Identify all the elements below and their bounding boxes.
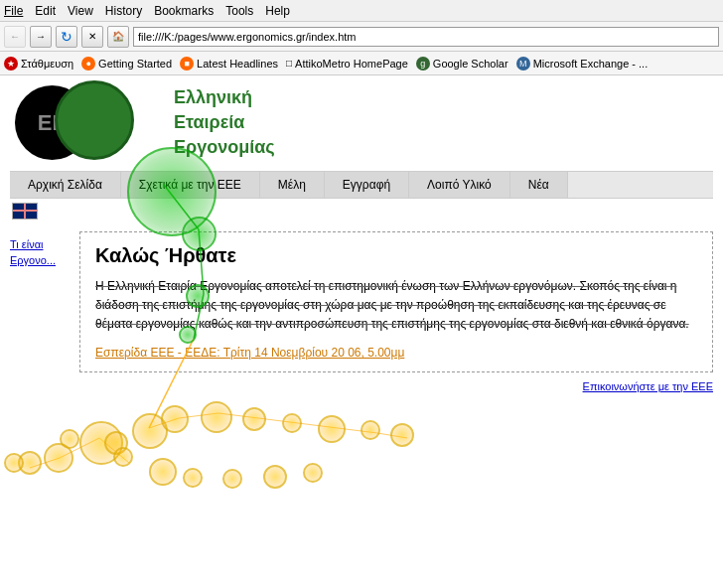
svg-line-4	[60, 438, 99, 458]
nav-tab-about[interactable]: Σχετικά με την ΕΕΕ	[121, 172, 260, 198]
contact-link[interactable]: Επικοινωνήστε με την ΕΕΕ	[10, 380, 713, 392]
sidebar-link-ergonomia[interactable]: Εργονο...	[10, 252, 70, 268]
gaze-yellow-5	[104, 431, 128, 455]
bookmark-headlines[interactable]: ■ Latest Headlines	[180, 57, 278, 71]
logo-green-circle	[55, 80, 134, 160]
gaze-yellow-7	[161, 405, 189, 433]
main-body-text: Η Ελληνική Εταιρία Εργονομίας αποτελεί τ…	[95, 277, 697, 335]
gaze-yellow-9	[242, 407, 266, 431]
uk-flag-icon[interactable]	[12, 203, 38, 220]
bookmark-getting-started[interactable]: ● Getting Started	[81, 57, 172, 71]
svg-line-12	[338, 428, 377, 433]
svg-line-5	[30, 458, 60, 468]
nav-tab-news[interactable]: Νέα	[510, 172, 568, 198]
bookmark-attikometro[interactable]: □ AttikoMetro HomePage	[286, 58, 408, 70]
menu-history[interactable]: History	[105, 4, 142, 18]
nav-tabs: Αρχική Σελίδα Σχετικά με την ΕΕΕ Μέλη Εγ…	[10, 171, 713, 199]
main-content-box: Καλώς Ήρθατε Η Ελληνική Εταιρία Εργονομί…	[79, 231, 713, 373]
gaze-yellow-2	[44, 443, 73, 473]
svg-line-10	[258, 418, 298, 423]
bookmark-stavmeysi[interactable]: ★ Στάθμευση	[4, 57, 73, 71]
gaze-yellow-15	[222, 469, 242, 489]
back-button[interactable]: ←	[4, 26, 26, 48]
logo-text: Ελληνική Εταιρεία Εργονομίας	[174, 85, 275, 161]
address-input[interactable]	[133, 27, 719, 47]
gaze-yellow-20	[390, 423, 414, 447]
svg-line-6	[99, 438, 129, 463]
gaze-yellow-4	[60, 429, 79, 449]
address-bar	[133, 27, 719, 47]
menu-file[interactable]: File	[4, 4, 23, 18]
gaze-yellow-6	[132, 413, 168, 449]
gaze-yellow-18	[4, 453, 24, 473]
main-title: Καλώς Ήρθατε	[95, 244, 697, 267]
menu-view[interactable]: View	[68, 4, 93, 18]
bookmark-icon-headlines: ■	[180, 57, 194, 71]
sidebar-link-ti-einai[interactable]: Τι είναι	[10, 236, 70, 252]
svg-line-8	[179, 413, 218, 418]
bookmark-google-scholar[interactable]: g Google Scholar	[416, 57, 508, 71]
flag-area	[0, 199, 723, 226]
menu-help[interactable]: Help	[265, 4, 290, 18]
gaze-yellow-16	[263, 465, 287, 489]
svg-line-7	[149, 418, 179, 428]
svg-line-11	[298, 423, 338, 428]
bookmark-icon-ms-exchange: M	[516, 57, 530, 71]
bookmark-icon-stavmeysi: ★	[4, 57, 18, 71]
gaze-yellow-17	[303, 463, 323, 483]
bookmark-icon-getting-started: ●	[81, 57, 95, 71]
gaze-yellow-10	[282, 413, 302, 433]
browser-content: ΕΕ Ελληνική Εταιρεία Εργονομίας Αρχική Σ…	[0, 75, 723, 588]
gaze-yellow-3	[18, 451, 42, 475]
menu-edit[interactable]: Edit	[35, 4, 56, 18]
gaze-yellow-13	[149, 458, 177, 486]
sidebar-links: Τι είναι Εργονο...	[10, 231, 70, 373]
refresh-button[interactable]: ↻	[56, 26, 77, 48]
svg-line-13	[377, 433, 407, 438]
gaze-yellow-19	[361, 420, 380, 440]
nav-tab-register[interactable]: Εγγραφή	[325, 172, 409, 198]
svg-line-9	[218, 413, 258, 418]
gaze-yellow-11	[318, 415, 346, 443]
content-area: Τι είναι Εργονο... Καλώς Ήρθατε Η Ελληνι…	[10, 231, 713, 373]
bookmarks-bar: ★ Στάθμευση ● Getting Started ■ Latest H…	[0, 52, 723, 75]
nav-tab-home[interactable]: Αρχική Σελίδα	[10, 172, 121, 198]
logo-area: ΕΕ Ελληνική Εταιρεία Εργονομίας	[0, 75, 723, 171]
toolbar: ← → ↻ ✕ 🏠	[0, 22, 723, 52]
gaze-yellow-14	[183, 468, 203, 488]
nav-tab-members[interactable]: Μέλη	[260, 172, 325, 198]
gaze-yellow-8	[201, 401, 232, 433]
forward-button[interactable]: →	[30, 26, 52, 48]
stop-button[interactable]: ✕	[81, 26, 103, 48]
menu-tools[interactable]: Tools	[225, 4, 253, 18]
menu-bookmarks[interactable]: Bookmarks	[154, 4, 214, 18]
nav-tab-material[interactable]: Λοιπό Υλικό	[409, 172, 510, 198]
gaze-yellow-12	[113, 447, 133, 467]
bookmark-icon-google-scholar: g	[416, 57, 430, 71]
home-button[interactable]: 🏠	[107, 26, 129, 48]
bookmark-ms-exchange[interactable]: M Microsoft Exchange - ...	[516, 57, 649, 71]
event-link[interactable]: Εσπερίδα ΕΕΕ - ΕΕΔΕ: Τρίτη 14 Νοεμβρίου …	[95, 346, 697, 360]
gaze-yellow-1	[79, 421, 123, 465]
menu-bar: File Edit View History Bookmarks Tools H…	[0, 0, 723, 22]
